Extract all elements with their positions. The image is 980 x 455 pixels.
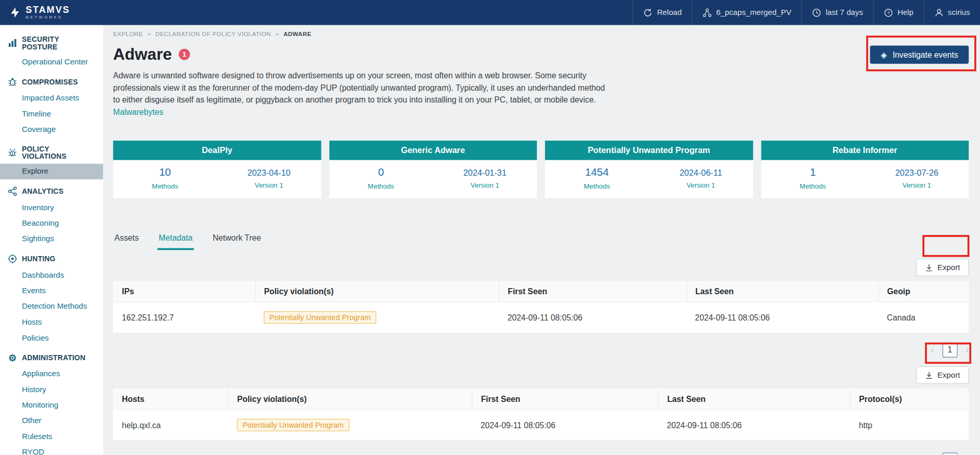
sidebar-header-analytics: ANALYTICS: [0, 181, 103, 199]
violation-cards: DealPly 10 Methods 2023-04-10 Version 1 …: [113, 141, 969, 198]
breadcrumb-adware: ADWARE: [283, 30, 311, 37]
sidebar-header-label: HUNTING: [22, 255, 55, 263]
sidebar-item-impacted-assets[interactable]: Impacted Assets: [0, 91, 103, 106]
help-label: Help: [898, 8, 914, 17]
help-button[interactable]: ? Help: [873, 0, 923, 25]
column-header-geoip[interactable]: Geoip: [878, 281, 969, 302]
gear-icon: ⚙: [8, 353, 18, 362]
column-header-last-seen[interactable]: Last Seen: [658, 389, 850, 410]
sidebar-item-monitoring[interactable]: Monitoring: [0, 397, 103, 413]
breadcrumb-policy-violation[interactable]: DECLARATION OF POLICY VIOLATION: [156, 30, 271, 37]
breadcrumb-separator-icon: >: [147, 30, 151, 37]
investigate-events-button[interactable]: ◈ Investigate events: [870, 45, 969, 63]
card-potentially-unwanted-program[interactable]: Potentially Unwanted Program 1454 Method…: [545, 141, 753, 198]
sidebar-item-dashboards[interactable]: Dashboards: [0, 267, 103, 283]
column-header-policy-violations[interactable]: Policy violation(s): [255, 281, 499, 302]
column-header-first-seen[interactable]: First Seen: [472, 389, 658, 410]
malwarebytes-link[interactable]: Malwarebytes: [113, 107, 163, 116]
tab-assets[interactable]: Assets: [113, 231, 140, 250]
sidebar-section-security-posture: SECURITY POSTURE Operational Center: [0, 30, 103, 70]
card-dealply[interactable]: DealPly 10 Methods 2023-04-10 Version 1: [113, 141, 321, 198]
sidebar-item-beaconing[interactable]: Beaconing: [0, 215, 103, 231]
column-header-policy-violations[interactable]: Policy violation(s): [228, 389, 472, 410]
sidebar-item-explore[interactable]: Explore: [0, 163, 103, 179]
sidebar-section-policy-violations: POLICY VIOLATIONS Explore: [0, 140, 103, 179]
sidebar-item-appliances[interactable]: Appliances: [0, 366, 103, 381]
detail-tabs: Assets Metadata Network Tree: [113, 231, 969, 250]
tab-metadata[interactable]: Metadata: [158, 231, 194, 250]
sidebar-item-inventory[interactable]: Inventory: [0, 200, 103, 215]
next-page-icon[interactable]: ›: [966, 345, 969, 355]
user-menu[interactable]: scirius: [923, 0, 980, 25]
clock-icon: [812, 8, 821, 17]
ips-table-row[interactable]: 162.251.192.7 Potentially Unwanted Progr…: [113, 302, 969, 332]
page-number-button[interactable]: 1: [942, 452, 957, 455]
sidebar-section-compromises: COMPROMISES Impacted Assets Timeline Cov…: [0, 72, 103, 138]
sidebar-item-policies[interactable]: Policies: [0, 330, 103, 346]
sidebar-item-hosts[interactable]: Hosts: [0, 315, 103, 330]
export-ips-button[interactable]: Export: [916, 259, 969, 276]
sidebar-header-administration: ⚙ ADMINISTRATION: [0, 348, 103, 366]
investigate-label: Investigate events: [892, 49, 958, 59]
sidebar-header-label: ADMINISTRATION: [22, 354, 85, 362]
user-icon: [934, 8, 943, 17]
sidebar-item-timeline[interactable]: Timeline: [0, 107, 103, 122]
export-hosts-button[interactable]: Export: [916, 366, 969, 384]
methods-value: 1454: [545, 166, 649, 179]
column-header-ips[interactable]: IPs: [113, 281, 255, 302]
sidebar-section-analytics: ANALYTICS Inventory Beaconing Sightings: [0, 181, 103, 247]
sidebar-item-events[interactable]: Events: [0, 283, 103, 299]
card-version: 2024-01-31 Version 1: [433, 166, 537, 190]
page-header: Adware 1 ◈ Investigate events: [113, 44, 969, 65]
cell-first-seen: 2024-09-11 08:05:06: [499, 302, 686, 332]
page-title: Adware: [113, 46, 172, 63]
methods-value: 10: [113, 166, 217, 179]
share-nodes-icon: [8, 186, 18, 196]
sidebar-header-security-posture: SECURITY POSTURE: [0, 30, 103, 54]
time-range-label: last 7 days: [825, 8, 863, 17]
sidebar-section-hunting: HUNTING Dashboards Events Detection Meth…: [0, 249, 103, 346]
time-range-selector[interactable]: last 7 days: [801, 0, 873, 25]
ips-table-header-row: IPs Policy violation(s) First Seen Last …: [113, 281, 969, 302]
network-icon: [702, 8, 712, 17]
column-header-protocols[interactable]: Protocol(s): [850, 389, 969, 410]
download-icon: [925, 263, 933, 272]
tab-network-tree[interactable]: Network Tree: [211, 231, 262, 250]
card-rebate-informer[interactable]: Rebate Informer 1 Methods 2023-07-26 Ver…: [761, 141, 969, 198]
violation-tag: Potentially Unwanted Program: [264, 311, 376, 324]
methods-label: Methods: [761, 182, 865, 190]
violation-tag: Potentially Unwanted Program: [237, 419, 349, 431]
sidebar-item-rulesets[interactable]: Rulesets: [0, 429, 103, 444]
column-header-last-seen[interactable]: Last Seen: [686, 281, 878, 302]
sidebar-header-hunting: HUNTING: [0, 249, 103, 267]
stamus-logo[interactable]: STAMVS NETWORKS: [0, 5, 79, 20]
column-header-hosts[interactable]: Hosts: [113, 389, 228, 410]
breadcrumb-explore[interactable]: EXPLORE: [113, 30, 143, 37]
sidebar-item-detection-methods[interactable]: Detection Methods: [0, 299, 103, 314]
page-number-button[interactable]: 1: [942, 343, 957, 358]
cell-first-seen: 2024-09-11 08:05:06: [472, 410, 658, 440]
target-icon: [8, 254, 18, 263]
reload-icon: [643, 8, 652, 17]
methods-value: 1: [761, 166, 865, 179]
sidebar-item-sightings[interactable]: Sightings: [0, 231, 103, 247]
tenant-selector[interactable]: 6_pcaps_merged_PV: [692, 0, 802, 25]
investigate-icon: ◈: [881, 50, 887, 59]
card-generic-adware[interactable]: Generic Adware 0 Methods 2024-01-31 Vers…: [329, 141, 537, 198]
reload-button[interactable]: Reload: [633, 0, 692, 25]
sidebar-item-coverage[interactable]: Coverage: [0, 122, 103, 138]
sidebar-header-label: SECURITY POSTURE: [22, 36, 95, 50]
sidebar-item-history[interactable]: History: [0, 382, 103, 397]
hosts-table-row[interactable]: help.qxl.ca Potentially Unwanted Program…: [113, 410, 969, 440]
export-label: Export: [937, 370, 960, 379]
card-body: 10 Methods 2023-04-10 Version 1: [113, 160, 321, 198]
prev-page-icon[interactable]: ‹: [931, 345, 934, 355]
cell-violation: Potentially Unwanted Program: [255, 302, 499, 332]
main-content: EXPLORE > DECLARATION OF POLICY VIOLATIO…: [103, 25, 980, 455]
version-label: Version 1: [217, 181, 321, 189]
sidebar-item-other[interactable]: Other: [0, 413, 103, 429]
sidebar-item-operational-center[interactable]: Operational Center: [0, 55, 103, 70]
sidebar-item-ryod[interactable]: RYOD: [0, 445, 103, 455]
column-header-first-seen[interactable]: First Seen: [499, 281, 686, 302]
card-title: Rebate Informer: [761, 141, 969, 160]
